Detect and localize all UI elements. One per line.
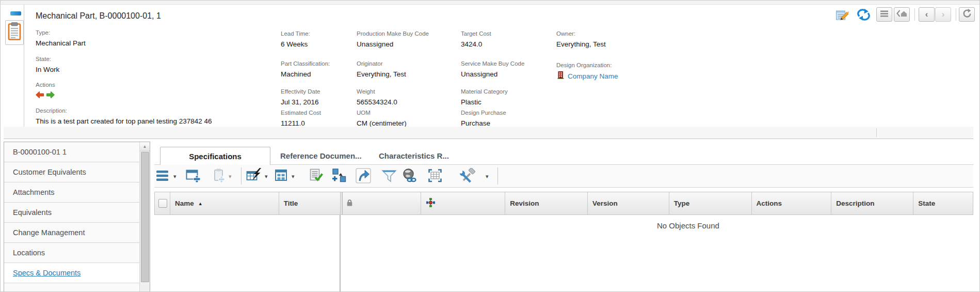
tools-icon[interactable] (459, 168, 485, 183)
column-header-actions[interactable]: Actions (752, 192, 832, 214)
field-value: Purchase (461, 119, 506, 127)
lock-icon (346, 198, 353, 208)
home-back-button[interactable] (894, 7, 910, 22)
validate-document-icon[interactable] (309, 168, 324, 183)
tab-characteristics[interactable]: Characteristics R... (379, 147, 449, 164)
table-header-row: Name ▲ Title (154, 192, 973, 215)
insert-existing-icon[interactable] (332, 168, 347, 183)
column-header-type[interactable]: Type (669, 192, 752, 214)
splitter-handle[interactable] (876, 128, 877, 137)
next-action-arrow-icon[interactable] (46, 91, 55, 100)
field-value: In Work (36, 66, 59, 73)
dropdown-caret-icon[interactable]: ▾ (229, 173, 232, 180)
sidebar-item-equivalents[interactable]: Equivalents (4, 203, 139, 223)
table-toolbar: ▾ ▾ ▾ (154, 164, 973, 188)
field-originator: Originator Everything, Test (357, 60, 406, 78)
field-value: Everything, Test (556, 40, 606, 48)
field-label: Estimated Cost (281, 110, 321, 116)
paste-icon[interactable] (212, 168, 227, 183)
filter-icon[interactable] (381, 168, 397, 183)
field-label: UOM (357, 110, 407, 116)
tab-specifications[interactable]: Specifications (160, 147, 270, 165)
tab-reference-documents[interactable]: Reference Documen... (280, 147, 362, 164)
header-divider (914, 8, 915, 21)
field-label: Weight (357, 88, 397, 95)
column-header-description[interactable]: Description (831, 192, 913, 214)
select-table-icon[interactable] (427, 168, 443, 183)
field-lead-time: Lead Time: 6 Weeks (281, 30, 310, 48)
column-header-title[interactable]: Title (279, 192, 341, 214)
column-header-state[interactable]: State (913, 192, 973, 214)
incorporated-structure-icon (426, 198, 435, 209)
forward-button[interactable]: › (935, 7, 951, 22)
sidebar-scrollbar[interactable]: ▲ (139, 142, 150, 292)
field-value: Mechanical Part (36, 39, 86, 47)
field-value: 3424.0 (461, 40, 491, 48)
field-label: Part Classification: (281, 60, 330, 67)
navigation-sidebar: B-0000100-01 1 Customer Equivalents Atta… (4, 142, 150, 292)
home-back-icon (896, 9, 907, 20)
dropdown-caret-icon[interactable]: ▾ (173, 173, 176, 180)
field-type: Type: Mechanical Part (36, 29, 86, 47)
sync-icon (857, 13, 871, 22)
view-grid-icon[interactable] (274, 168, 290, 183)
column-header-revision[interactable]: Revision (505, 192, 588, 214)
header-icon-gutter (4, 5, 24, 127)
previous-action-arrow-icon[interactable] (36, 91, 44, 100)
select-all-checkbox[interactable] (158, 199, 167, 208)
field-effectivity-date: Effectivity Date Jul 31, 2016 (281, 88, 320, 106)
back-button[interactable]: ‹ (919, 7, 935, 22)
toolbar-separator (241, 167, 242, 185)
status-bar-icon (10, 11, 21, 16)
field-value: Plastic (461, 98, 508, 106)
menu-icon (880, 9, 888, 20)
refresh-button[interactable] (959, 7, 975, 22)
clipboard-button[interactable] (5, 20, 24, 45)
field-label: Owner: (556, 30, 606, 37)
edit-note-button[interactable] (836, 8, 849, 23)
design-organization-link[interactable]: Company Name (568, 72, 618, 80)
field-label: Design Purchase (461, 110, 506, 116)
field-value: 565534324.0 (357, 98, 397, 106)
dropdown-caret-icon[interactable]: ▾ (265, 173, 268, 180)
menu-button[interactable] (876, 7, 892, 22)
scroll-up-arrow-icon[interactable]: ▲ (140, 142, 150, 151)
field-design-purchase: Design Purchase Purchase (461, 110, 506, 127)
sidebar-item-specs-and-documents[interactable]: Specs & Documents (4, 263, 139, 283)
column-header-version[interactable]: Version (588, 192, 669, 214)
sidebar-item-attachments[interactable]: Attachments (4, 182, 139, 203)
clipboard-icon (8, 22, 21, 43)
dropdown-caret-icon[interactable]: ▾ (292, 173, 295, 180)
column-header-checkout-status[interactable] (343, 192, 422, 214)
sidebar-item-customer-equivalents[interactable]: Customer Equivalents (4, 162, 139, 182)
sidebar-item-change-management[interactable]: Change Management (4, 223, 139, 243)
field-value: Machined (281, 70, 330, 78)
dropdown-caret-icon[interactable]: ▾ (486, 173, 489, 180)
field-state: State: In Work (36, 56, 59, 73)
back-chevron-icon: ‹ (925, 9, 928, 20)
sidebar-item-locations[interactable]: Locations (4, 243, 139, 263)
refresh-icon (962, 9, 972, 21)
sync-button[interactable] (857, 9, 871, 23)
scrollbar-thumb[interactable] (141, 152, 149, 282)
sidebar-item-part-number[interactable]: B-0000100-01 1 (4, 142, 139, 162)
field-value: 11211.0 (281, 119, 321, 127)
part-detail-page: Mechanical Part, B-0000100-01, 1 (0, 0, 980, 292)
panel-splitter[interactable] (4, 127, 973, 139)
empty-table-message: No Objects Found (657, 221, 719, 230)
column-header-name[interactable]: Name ▲ (170, 192, 279, 214)
column-header-incorporated[interactable] (421, 192, 505, 214)
select-all-cell (155, 192, 170, 214)
field-owner: Owner: Everything, Test (556, 30, 606, 48)
field-uom: UOM CM (centimeter) (357, 110, 407, 127)
open-in-new-icon[interactable] (356, 168, 371, 183)
header-divider (956, 8, 956, 21)
page-title: Mechanical Part, B-0000100-01, 1 (36, 11, 161, 21)
edit-table-icon[interactable] (246, 168, 262, 183)
field-estimated-cost: Estimated Cost 11211.0 (281, 110, 321, 127)
field-label: Material Category (461, 88, 508, 95)
add-link-icon[interactable] (402, 168, 417, 183)
field-label: Target Cost (461, 30, 491, 37)
create-new-icon[interactable] (185, 168, 201, 183)
menu-list-icon[interactable] (156, 168, 171, 183)
